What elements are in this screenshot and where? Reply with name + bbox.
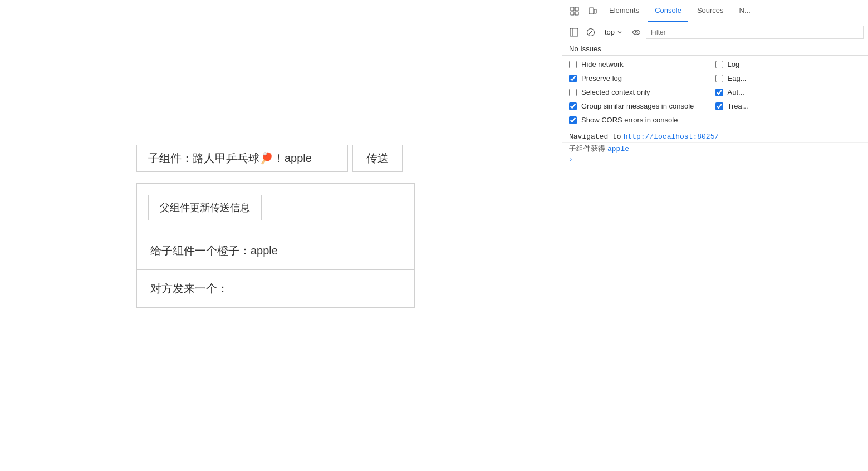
sidebar-toggle-icon[interactable] xyxy=(567,25,581,40)
parent-component-box: 父组件更新传送信息 给子组件一个橙子：apple 对方发来一个： xyxy=(136,183,415,308)
main-page: 子组件：路人甲乒乓球🏓！apple 传送 父组件更新传送信息 给子组件一个橙子：… xyxy=(0,0,562,471)
eye-icon[interactable] xyxy=(629,25,644,40)
device-toolbar-icon[interactable] xyxy=(585,3,600,19)
filter-input[interactable] xyxy=(646,26,864,39)
setting-trea: Trea... xyxy=(715,100,862,112)
log-checkbox[interactable] xyxy=(715,61,723,68)
svg-rect-2 xyxy=(571,12,574,15)
no-issues-bar: No Issues xyxy=(562,42,868,56)
svg-point-11 xyxy=(635,31,637,33)
tab-sources[interactable]: Sources xyxy=(690,0,730,22)
send-button[interactable]: 传送 xyxy=(352,145,403,172)
svg-rect-4 xyxy=(589,8,594,14)
aut-checkbox[interactable] xyxy=(715,89,723,96)
console-log-value: apple xyxy=(607,145,629,153)
preserve-log-checkbox[interactable] xyxy=(569,75,577,82)
dropdown-chevron-icon xyxy=(617,30,622,35)
svg-rect-6 xyxy=(570,28,578,36)
devtools-toolbar: top xyxy=(562,22,868,42)
update-button[interactable]: 父组件更新传送信息 xyxy=(148,195,262,220)
tab-network[interactable]: N... xyxy=(733,0,757,22)
svg-rect-3 xyxy=(575,12,578,15)
child-component-row: 子组件：路人甲乒乓球🏓！apple 传送 xyxy=(136,145,403,172)
group-similar-checkbox[interactable] xyxy=(569,102,577,110)
orange-row: 给子组件一个橙子：apple xyxy=(137,232,414,270)
console-log-prefix: 子组件获得 xyxy=(569,144,605,154)
eag-checkbox[interactable] xyxy=(715,75,723,82)
child-component-display: 子组件：路人甲乒乓球🏓！apple xyxy=(136,145,348,172)
eag-label: Eag... xyxy=(728,74,747,82)
inspect-element-icon[interactable] xyxy=(567,3,582,19)
clear-console-icon[interactable] xyxy=(583,25,598,40)
svg-line-9 xyxy=(589,31,592,34)
received-row: 对方发来一个： xyxy=(137,270,414,307)
trea-label: Trea... xyxy=(728,102,748,110)
preserve-log-label: Preserve log xyxy=(581,74,622,82)
console-log-line: 子组件获得 apple xyxy=(562,143,868,155)
selected-context-label: Selected context only xyxy=(581,88,650,96)
console-navigate-line: Navigated to http://localhost:8025/ xyxy=(562,131,868,143)
svg-point-10 xyxy=(633,30,640,35)
settings-rows: Hide network Log Preserve log Eag... Sel… xyxy=(562,56,868,129)
console-prompt-line[interactable]: › xyxy=(562,155,868,166)
show-cors-label: Show CORS errors in console xyxy=(581,116,678,124)
trea-checkbox[interactable] xyxy=(715,102,723,110)
update-button-row: 父组件更新传送信息 xyxy=(137,184,414,232)
group-similar-label: Group similar messages in console xyxy=(581,102,694,110)
setting-group-similar: Group similar messages in console xyxy=(569,100,715,112)
devtools-tabs: Elements Console Sources N... xyxy=(562,0,868,22)
svg-rect-1 xyxy=(575,7,578,11)
setting-selected-context: Selected context only xyxy=(569,86,715,99)
console-output: Navigated to http://localhost:8025/ 子组件获… xyxy=(562,129,868,471)
log-label: Log xyxy=(728,60,740,68)
selected-context-checkbox[interactable] xyxy=(569,89,577,96)
prompt-chevron-icon: › xyxy=(569,156,573,163)
top-context-dropdown[interactable]: top xyxy=(600,27,627,37)
svg-rect-5 xyxy=(594,9,596,13)
setting-preserve-log: Preserve log xyxy=(569,72,715,85)
navigate-text: Navigated to http://localhost:8025/ xyxy=(569,133,719,141)
hide-network-checkbox[interactable] xyxy=(569,61,577,68)
tab-elements[interactable]: Elements xyxy=(602,0,646,22)
devtools-panel: Elements Console Sources N... top xyxy=(562,0,868,471)
setting-eag: Eag... xyxy=(715,72,862,85)
hide-network-label: Hide network xyxy=(581,60,624,68)
setting-aut: Aut... xyxy=(715,86,862,99)
tab-console[interactable]: Console xyxy=(648,0,688,22)
navigate-link[interactable]: http://localhost:8025/ xyxy=(624,133,719,141)
setting-hide-network: Hide network xyxy=(569,58,715,71)
aut-label: Aut... xyxy=(728,88,744,96)
show-cors-checkbox[interactable] xyxy=(569,116,577,124)
svg-rect-0 xyxy=(571,7,574,11)
setting-show-cors: Show CORS errors in console xyxy=(569,114,715,126)
setting-log: Log xyxy=(715,58,862,71)
